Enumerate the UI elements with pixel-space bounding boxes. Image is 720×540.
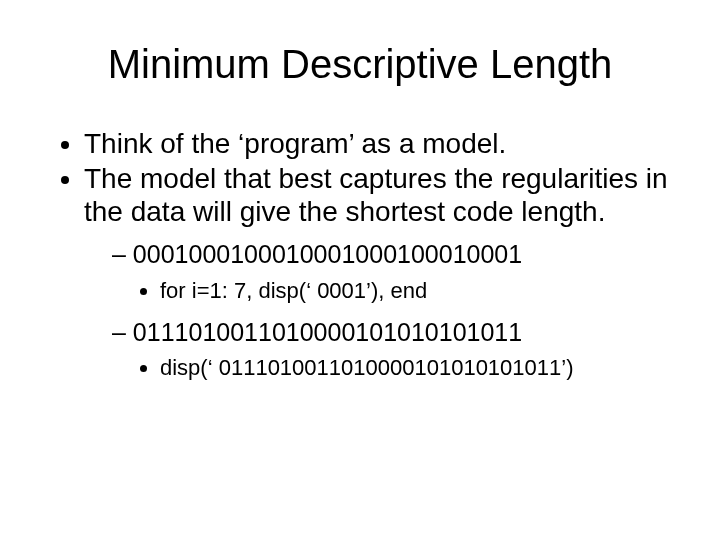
bullet-text: The model that best captures the regular… bbox=[84, 163, 668, 227]
code-item: disp(‘ 0111010011010000101010101011’) bbox=[160, 355, 670, 381]
code-list: disp(‘ 0111010011010000101010101011’) bbox=[112, 355, 670, 381]
code-item: for i=1: 7, disp(‘ 0001’), end bbox=[160, 278, 670, 304]
code-list: for i=1: 7, disp(‘ 0001’), end bbox=[112, 278, 670, 304]
sequence-text: 0001000100010001000100010001 bbox=[133, 240, 522, 268]
slide-title: Minimum Descriptive Length bbox=[50, 42, 670, 87]
bullet-list: Think of the ‘program’ as a model. The m… bbox=[50, 127, 670, 381]
sub-item: 0111010011010000101010101011 disp(‘ 0111… bbox=[112, 318, 670, 381]
slide: Minimum Descriptive Length Think of the … bbox=[0, 0, 720, 540]
sub-list: 0001000100010001000100010001 for i=1: 7,… bbox=[84, 240, 670, 381]
sequence-text: 0111010011010000101010101011 bbox=[133, 318, 522, 346]
bullet-item: The model that best captures the regular… bbox=[84, 162, 670, 381]
sub-item: 0001000100010001000100010001 for i=1: 7,… bbox=[112, 240, 670, 303]
bullet-item: Think of the ‘program’ as a model. bbox=[84, 127, 670, 160]
